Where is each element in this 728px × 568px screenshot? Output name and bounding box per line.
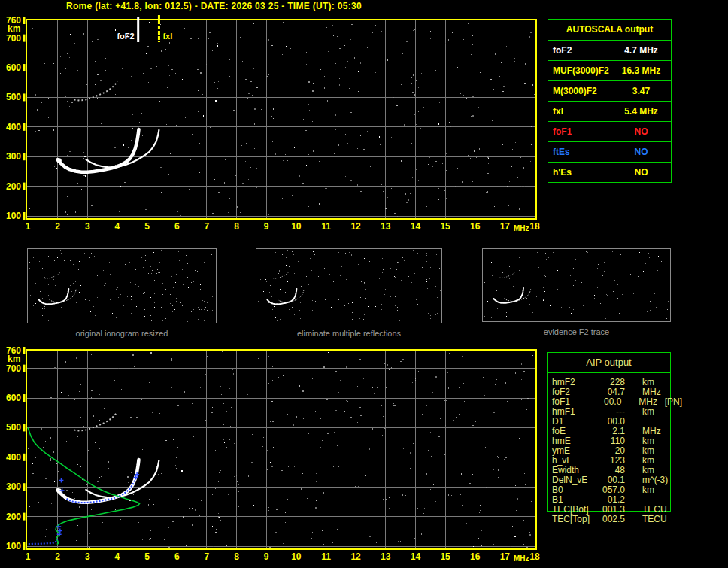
electron-density-profile xyxy=(28,427,140,544)
x-tick-label: 13 xyxy=(381,551,391,562)
aip-unit: km xyxy=(642,485,668,495)
x-tick-label: 4 xyxy=(115,551,120,562)
parameter-value: 16.3 MHz xyxy=(611,61,671,80)
x-tick-label: 10 xyxy=(291,551,302,562)
autoscala-output-table: AUTOSCALA output foF24.7 MHzMUF(3000)F21… xyxy=(548,19,672,183)
parameter-label: ftEs xyxy=(548,142,611,162)
x-tick-label: 16 xyxy=(470,221,481,232)
x-tick-label: 8 xyxy=(234,551,239,562)
x-tick-label: 14 xyxy=(411,221,421,232)
x-axis-unit-label: MHz xyxy=(514,554,529,563)
thumbnail-evidence-f2: evidence F2 trace xyxy=(482,248,671,336)
autoscala-row-fof1: foF1NO xyxy=(548,122,671,142)
axis-labels: 760700600500400300200100km12345678910111… xyxy=(6,15,540,232)
plot-border xyxy=(26,20,536,219)
thumbnail-original-ionogram-image xyxy=(27,248,217,323)
autoscala-row-muf3000f2: MUF(3000)F216.3 MHz xyxy=(548,61,671,81)
aip-unit: TECU xyxy=(642,515,668,524)
x-tick-label: 18 xyxy=(529,551,540,562)
parameter-label: fxI xyxy=(548,102,611,121)
thumbnail-caption: original ionogram resized xyxy=(27,329,217,338)
parameter-value: NO xyxy=(611,122,671,141)
aip-value: 002.5 xyxy=(593,515,625,524)
y-tick-label: 400 xyxy=(6,452,21,463)
y-axis-unit-label: km xyxy=(8,23,20,34)
parameter-value: 5.4 MHz xyxy=(611,102,671,121)
plot-border xyxy=(26,350,536,549)
thumbnail-eliminate-reflections: eliminate multiple reflections xyxy=(256,248,442,338)
thumbnail-caption: evidence F2 trace xyxy=(482,327,671,336)
y-tick-label: 700 xyxy=(6,363,21,374)
autoscala-row-ftes: ftEsNO xyxy=(548,142,671,163)
thumbnail-border xyxy=(28,249,217,323)
parameter-label: foF1 xyxy=(548,122,611,141)
x-tick-label: 12 xyxy=(350,551,361,562)
autoscala-row-hes: h'EsNO xyxy=(548,163,671,182)
x-tick-label: 5 xyxy=(144,551,150,562)
y-tick-label: 400 xyxy=(6,122,21,132)
parameter-label: M(3000)F2 xyxy=(548,81,611,101)
x-tick-label: 7 xyxy=(205,221,210,232)
x-tick-label: 9 xyxy=(264,221,269,232)
x-tick-label: 16 xyxy=(470,551,481,562)
x-tick-label: 11 xyxy=(321,551,331,562)
x-tick-label: 4 xyxy=(115,221,120,232)
x-tick-label: 6 xyxy=(174,221,180,232)
plot-grid xyxy=(27,20,535,218)
x-tick-label: 10 xyxy=(291,221,302,232)
x-tick-label: 15 xyxy=(440,551,450,562)
y-tick-label: 200 xyxy=(6,512,21,522)
autoscala-row-fof2: foF24.7 MHz xyxy=(548,41,671,61)
aip-label: TEC[Top] xyxy=(547,515,593,524)
parameter-value: 4.7 MHz xyxy=(611,41,671,60)
x-tick-label: 11 xyxy=(321,221,331,232)
parameter-label: foF2 xyxy=(548,41,611,60)
aip-table-rows: hmF2228kmfoF204.7MHzfoF100.0MHz[PN]hmF1-… xyxy=(547,378,682,524)
x-tick-label: 12 xyxy=(350,221,361,232)
thumbnail-evidence-f2-image xyxy=(482,248,671,322)
plot-grid xyxy=(27,351,535,548)
autoscala-table-title: AUTOSCALA output xyxy=(548,20,671,41)
aip-row-tectop: TEC[Top]002.5TECU xyxy=(547,515,682,524)
x-tick-label: 13 xyxy=(381,221,391,232)
x-tick-label: 3 xyxy=(85,551,90,562)
thumbnail-original-ionogram: original ionogram resized xyxy=(27,248,217,338)
y-tick-label: 600 xyxy=(6,62,21,73)
axis-labels: 760700600500400300200100km12345678910111… xyxy=(6,345,540,563)
parameter-value: 3.47 xyxy=(611,81,671,101)
ionogram-top-plot: 760700600500400300200100km12345678910111… xyxy=(0,14,545,247)
y-tick-label: 300 xyxy=(6,481,21,492)
y-tick-label: 100 xyxy=(6,541,21,551)
y-tick-label: 500 xyxy=(6,422,21,433)
aip-table-title: AIP output xyxy=(548,353,670,373)
y-axis-unit-label: km xyxy=(8,354,20,364)
page-title: Rome (lat: +41.8, lon: 012.5) - DATE: 20… xyxy=(66,1,362,11)
x-tick-label: 14 xyxy=(411,551,421,562)
x-tick-label: 8 xyxy=(234,221,239,232)
x-tick-label: 17 xyxy=(500,551,511,562)
autoscala-row-m3000f2: M(3000)F23.47 xyxy=(548,81,671,102)
ionogram-bottom-plot: 760700600500400300200100km12345678910111… xyxy=(0,345,545,568)
x-tick-label: 1 xyxy=(26,551,31,562)
x-tick-label: 7 xyxy=(205,551,210,562)
autoscala-row-fxi: fxI5.4 MHz xyxy=(548,102,671,122)
x-tick-label: 1 xyxy=(26,221,31,232)
x-tick-label: 9 xyxy=(264,551,269,562)
y-tick-label: 600 xyxy=(6,393,21,403)
x-tick-label: 17 xyxy=(500,221,511,232)
thumbnail-eliminate-reflections-image xyxy=(256,248,442,323)
thumbnail-caption: eliminate multiple reflections xyxy=(256,329,442,338)
noise-dots xyxy=(28,351,535,548)
autoscala-app-window: Rome (lat: +41.8, lon: 012.5) - DATE: 20… xyxy=(0,0,728,568)
x-tick-label: 15 xyxy=(440,221,450,232)
autoscala-table-rows: foF24.7 MHzMUF(3000)F216.3 MHzM(3000)F23… xyxy=(548,41,671,182)
y-tick-label: 700 xyxy=(6,33,21,44)
parameter-value: NO xyxy=(611,142,671,162)
aip-extra: [PN] xyxy=(665,397,682,407)
y-tick-label: 100 xyxy=(6,211,21,221)
noise-dots xyxy=(29,22,535,217)
restored-trace-blue xyxy=(29,472,139,545)
foF2-marker-label: foF2 xyxy=(117,32,134,41)
x-tick-label: 6 xyxy=(174,551,180,562)
fxI-marker-label: fxI xyxy=(162,32,172,41)
